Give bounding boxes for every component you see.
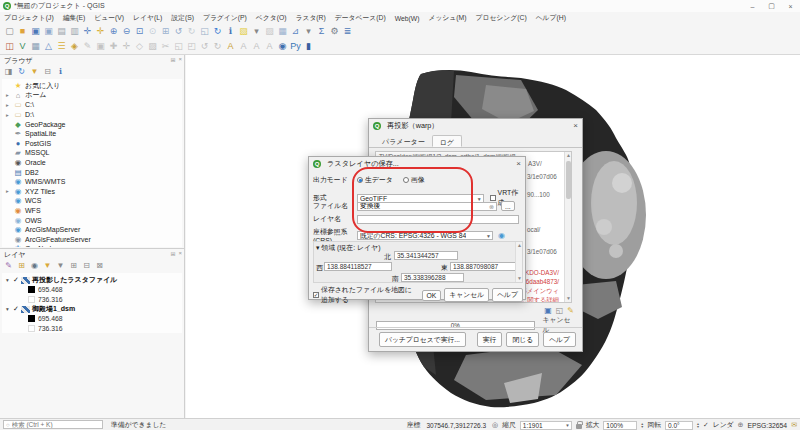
undo-icon[interactable]: ↺ (198, 40, 211, 53)
scrollbar-thumb[interactable] (566, 161, 571, 199)
add-mesh-layer-icon[interactable]: △ (42, 40, 55, 53)
save-project-as-icon[interactable]: ▣ (42, 25, 55, 38)
scroll-down-icon[interactable]: ▼ (565, 295, 572, 302)
lock-scale-icon[interactable] (576, 424, 582, 429)
log-scrollbar[interactable]: ▲ ▼ (564, 152, 571, 302)
processing-toolbox-icon[interactable]: ⚙ (328, 25, 341, 38)
menu-item[interactable]: ヘルプ(H) (536, 13, 566, 23)
log-save-icon[interactable]: ▣ (544, 306, 552, 315)
layername-input[interactable] (357, 215, 519, 224)
layout-manager-icon[interactable]: ▥ (68, 25, 81, 38)
deselect-icon[interactable]: ▨ (263, 25, 276, 38)
expand-all-icon[interactable]: ⊞ (68, 261, 79, 272)
spinner-icon[interactable]: ▴▾ (641, 422, 643, 429)
search-input[interactable] (12, 421, 100, 428)
browser-item-favorites[interactable]: ★ お気に入り (6, 81, 182, 91)
browser-item-d-drive[interactable]: ▸ ▭ D:\ (6, 110, 182, 120)
browser-refresh-icon[interactable]: ↻ (16, 67, 27, 78)
filter-legend-icon[interactable]: ▼ (42, 261, 53, 272)
log-edit-icon[interactable]: ✎ (567, 306, 574, 315)
maximize-button[interactable]: ▢ (762, 0, 781, 12)
statistics-icon[interactable]: Σ (315, 25, 328, 38)
help-button[interactable]: ヘルプ (492, 288, 523, 302)
zoom-last-icon[interactable]: ↺ (172, 25, 185, 38)
locator-search[interactable]: ○ (3, 420, 103, 429)
toggle-editing-icon[interactable]: ✎ (81, 40, 94, 53)
coordinate-capture-icon[interactable]: ◎ (492, 421, 498, 429)
north-input[interactable]: 35.341344257 (394, 251, 458, 260)
save-dialog-titlebar[interactable]: Q ラスタレイヤの保存... × (309, 157, 525, 170)
menu-item[interactable]: ベクタ(O) (256, 13, 287, 23)
crs-status-button[interactable]: EPSG:32654 (747, 422, 787, 429)
layer-row-dsm[interactable]: ▾ ✓ 御殿場1_dsm (6, 304, 182, 314)
browser-item-spatialite[interactable]: ✒ SpatiaLite (6, 129, 182, 139)
menu-item[interactable]: プロセシング(C) (475, 13, 526, 23)
collapse-all-icon[interactable]: ⊟ (81, 261, 92, 272)
raw-data-radio[interactable] (357, 177, 363, 183)
copy-features-icon[interactable]: ◱ (172, 40, 185, 53)
browse-button[interactable]: ... (501, 201, 515, 211)
coordinate-value[interactable]: 307546.7,3912726.3 (424, 421, 488, 430)
label-highlight-icon[interactable]: A (250, 40, 263, 53)
menu-item[interactable]: 設定(S) (171, 13, 194, 23)
menu-item[interactable]: データベース(D) (335, 13, 386, 23)
remove-layer-icon[interactable]: ⊠ (94, 261, 105, 272)
pan-to-selection-icon[interactable]: ✛ (94, 25, 107, 38)
measure-dropdown-icon[interactable]: ▾ (302, 25, 315, 38)
clear-field-icon[interactable]: ⊗ (489, 203, 494, 210)
browser-properties-icon[interactable]: ℹ (55, 67, 66, 78)
delete-selected-icon[interactable]: ▨ (146, 40, 159, 53)
ok-button[interactable]: OK (422, 290, 442, 301)
new-project-icon[interactable]: ▢ (3, 25, 16, 38)
render-checkbox[interactable]: ✓ (703, 421, 709, 429)
attribute-table-icon[interactable]: ▦ (276, 25, 289, 38)
browser-item-home[interactable]: ▸ ⌂ ホーム (6, 91, 182, 101)
layers-undock-icon[interactable]: ⊞ (170, 250, 175, 257)
browser-add-favorite-icon[interactable]: ◨ (3, 67, 14, 78)
move-feature-icon[interactable]: ✛ (120, 40, 133, 53)
layers-close-icon[interactable]: × (178, 250, 182, 257)
collapse-arrow-icon[interactable]: ▾ (6, 306, 13, 312)
zoom-to-layer-icon[interactable]: ⊞ (159, 25, 172, 38)
run-button[interactable]: 実行 (477, 332, 503, 347)
refresh-icon[interactable]: ↻ (211, 25, 224, 38)
scroll-up-icon[interactable]: ▲ (516, 242, 523, 249)
data-source-manager-icon[interactable]: ◫ (3, 40, 16, 53)
crs-select[interactable]: 既定のCRS: EPSG:4326 - WGS 84 ▼ (357, 231, 493, 240)
save-close-icon[interactable]: × (516, 159, 521, 168)
expand-arrow-icon[interactable]: ▸ (6, 102, 13, 108)
menu-item[interactable]: ビュー(V) (94, 13, 124, 23)
menu-item[interactable]: レイヤ(L) (133, 13, 162, 23)
cancel-button[interactable]: キャンセル (444, 288, 489, 302)
browser-item-geonode[interactable]: ✱ GeoNode (6, 244, 182, 247)
spinner-icon[interactable]: ▴▾ (697, 422, 699, 429)
close-dialog-button[interactable]: 閉じる (506, 332, 539, 347)
layer-labeling-icon[interactable]: A (224, 40, 237, 53)
zoom-to-selection-icon[interactable]: ⊙ (146, 25, 159, 38)
save-edits-icon[interactable]: ▣ (94, 40, 107, 53)
close-button[interactable]: × (781, 0, 800, 12)
browser-item-c-drive[interactable]: ▸ ▭ C:\ (6, 100, 182, 110)
python-console-icon[interactable]: Py (289, 40, 302, 53)
scale-select[interactable]: 1:1901 ▼ (520, 421, 572, 430)
batch-process-button[interactable]: バッチプロセスで実行... (379, 332, 466, 347)
browser-item-oracle[interactable]: ◉ Oracle (6, 158, 182, 168)
tab-log[interactable]: ログ (432, 135, 462, 147)
zoom-out-icon[interactable]: ⊖ (120, 25, 133, 38)
browser-item-postgis[interactable]: ● PostGIS (6, 139, 182, 149)
log-copy-icon[interactable]: ◱ (556, 306, 564, 315)
menu-item[interactable]: Web(W) (395, 15, 420, 22)
redo-icon[interactable]: ↻ (211, 40, 224, 53)
browser-item-wms-wmts[interactable]: ◉ WMS/WMTS (6, 177, 182, 187)
expand-arrow-icon[interactable]: ▸ (6, 112, 13, 118)
browser-item-ows[interactable]: ◉ OWS (6, 215, 182, 225)
layer-checkbox[interactable]: ✓ (13, 305, 21, 313)
add-delimited-text-icon[interactable]: ☰ (55, 40, 68, 53)
menu-item[interactable]: メッシュ(M) (428, 13, 466, 23)
browser-collapse-all-icon[interactable]: ⊟ (42, 67, 53, 78)
open-project-icon[interactable]: ■ (16, 25, 29, 38)
tab-parameters[interactable]: パラメーター (375, 135, 432, 147)
menu-item[interactable]: 編集(E) (63, 13, 86, 23)
layer-checkbox[interactable]: ✓ (13, 276, 21, 284)
crs-picker-button[interactable]: ◉ (496, 230, 507, 241)
